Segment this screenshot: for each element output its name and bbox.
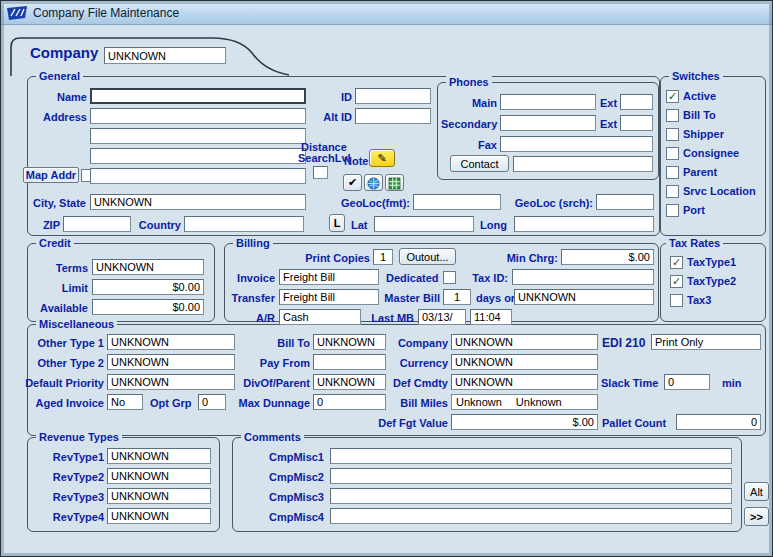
search-level-input[interactable] <box>313 166 328 179</box>
geoloc-fmt-input[interactable] <box>413 194 501 210</box>
pallet-count-input[interactable] <box>676 414 761 430</box>
def-cmdty-label: Def Cmdty <box>390 377 448 390</box>
def-fgt-value-input[interactable] <box>451 414 598 430</box>
cmpmisc3-input[interactable] <box>330 488 732 504</box>
edi210-input[interactable] <box>651 334 761 350</box>
opt-grp-input[interactable] <box>198 394 226 410</box>
phone-secondary-ext-input[interactable] <box>620 115 653 131</box>
notes-icon[interactable]: ✎ <box>369 149 395 167</box>
tax3-checkbox[interactable] <box>670 294 683 307</box>
min-chrg-input[interactable] <box>561 249 654 265</box>
ar-input[interactable] <box>279 309 361 325</box>
taxtype2-checkbox[interactable]: ✓ <box>670 275 683 288</box>
switch-shipper-checkbox[interactable] <box>666 128 679 141</box>
aged-invoice-input[interactable] <box>107 394 143 410</box>
alt-button[interactable]: Alt <box>744 482 769 501</box>
last-mb-date[interactable] <box>418 309 466 325</box>
max-dunnage-input[interactable] <box>313 394 386 410</box>
divof-parent-input[interactable] <box>313 374 386 390</box>
last-mb-time[interactable] <box>470 309 512 325</box>
misc-company-input[interactable] <box>451 334 598 350</box>
revtype3-label: RevType3 <box>28 491 104 504</box>
id-label: ID <box>320 91 352 104</box>
limit-input[interactable] <box>92 279 204 295</box>
other-type2-input[interactable] <box>107 354 235 370</box>
window-title: Company File Maintenance <box>33 6 179 20</box>
revtype1-input[interactable] <box>107 448 211 464</box>
default-priority-input[interactable] <box>107 374 235 390</box>
map-addr-input[interactable] <box>90 168 306 184</box>
zip-label: ZIP <box>36 219 60 232</box>
country-input[interactable] <box>184 216 304 232</box>
taxtype1-checkbox[interactable]: ✓ <box>670 256 683 269</box>
locate-button[interactable]: L <box>329 214 345 232</box>
pay-from-input[interactable] <box>313 354 386 370</box>
globe-icon[interactable] <box>364 174 383 191</box>
address-input-3[interactable] <box>90 148 306 164</box>
address-input-2[interactable] <box>90 128 306 144</box>
lat-input[interactable] <box>374 216 474 232</box>
switch-port-checkbox[interactable] <box>666 204 679 217</box>
fax-input[interactable] <box>500 136 653 152</box>
days-or-input[interactable] <box>514 289 654 305</box>
bill-miles-field: UnknownUnknown <box>451 394 598 410</box>
available-input[interactable] <box>92 299 204 315</box>
more-button[interactable]: >> <box>744 507 769 526</box>
phone-main-ext-input[interactable] <box>620 94 653 110</box>
ar-label: A/R <box>241 312 275 325</box>
switch-bill-to-checkbox[interactable] <box>666 109 679 122</box>
contact-button[interactable]: Contact <box>450 155 509 172</box>
alt-id-input[interactable] <box>355 108 431 124</box>
cmpmisc1-input[interactable] <box>330 448 732 464</box>
other-type1-input[interactable] <box>107 334 235 350</box>
long-input[interactable] <box>514 216 654 232</box>
slack-time-input[interactable] <box>664 374 710 390</box>
general-group-title: General <box>36 70 83 82</box>
map-addr-button[interactable]: Map Addr <box>23 167 79 183</box>
address-label: Address <box>26 111 87 124</box>
cmpmisc4-input[interactable] <box>330 508 732 524</box>
grid-map-icon[interactable] <box>385 174 404 191</box>
invoice-input[interactable] <box>279 269 379 285</box>
searchlvl-label: SearchLvl <box>298 152 351 165</box>
address-input-1[interactable] <box>90 108 306 124</box>
default-priority-label: Default Priority <box>18 377 104 390</box>
misc-bill-to-label: Bill To <box>260 337 310 350</box>
revtype3-input[interactable] <box>107 488 211 504</box>
misc-group-title: Miscellaneous <box>36 318 117 330</box>
bill-miles-value-1: Unknown <box>456 396 502 408</box>
misc-bill-to-input[interactable] <box>313 334 386 350</box>
name-input[interactable] <box>90 88 306 104</box>
phone-secondary-input[interactable] <box>500 115 596 131</box>
switch-parent-checkbox[interactable] <box>666 166 679 179</box>
billing-group-title: Billing <box>233 237 273 249</box>
zip-input[interactable] <box>63 216 131 232</box>
terms-input[interactable] <box>92 259 204 275</box>
dedicated-label: Dedicated <box>386 272 439 285</box>
master-bill-input[interactable] <box>443 289 471 305</box>
tax-id-input[interactable] <box>512 269 654 285</box>
company-input[interactable] <box>104 47 226 64</box>
revtype1-label: RevType1 <box>28 451 104 464</box>
verify-icon[interactable]: ✔ <box>343 174 362 191</box>
print-copies-input[interactable] <box>373 249 393 265</box>
def-cmdty-input[interactable] <box>451 374 598 390</box>
comments-group-title: Comments <box>241 431 304 443</box>
cmpmisc2-label: CmpMisc2 <box>246 471 324 484</box>
revtype4-input[interactable] <box>107 508 211 524</box>
currency-input[interactable] <box>451 354 598 370</box>
output-button[interactable]: Outout... <box>399 248 456 265</box>
dedicated-checkbox[interactable] <box>443 271 456 284</box>
cmpmisc2-input[interactable] <box>330 468 732 484</box>
contact-input[interactable] <box>513 156 653 172</box>
switch-consignee-checkbox[interactable] <box>666 147 679 160</box>
id-input[interactable] <box>355 88 431 104</box>
transfer-input[interactable] <box>279 289 379 305</box>
switch-srvc-location-checkbox[interactable] <box>666 185 679 198</box>
city-state-input[interactable] <box>90 194 306 210</box>
phone-main-input[interactable] <box>500 94 596 110</box>
revenue-types-group-title: Revenue Types <box>36 431 122 443</box>
geoloc-srch-input[interactable] <box>596 194 654 210</box>
revtype2-input[interactable] <box>107 468 211 484</box>
switch-active-checkbox[interactable]: ✓ <box>666 90 679 103</box>
